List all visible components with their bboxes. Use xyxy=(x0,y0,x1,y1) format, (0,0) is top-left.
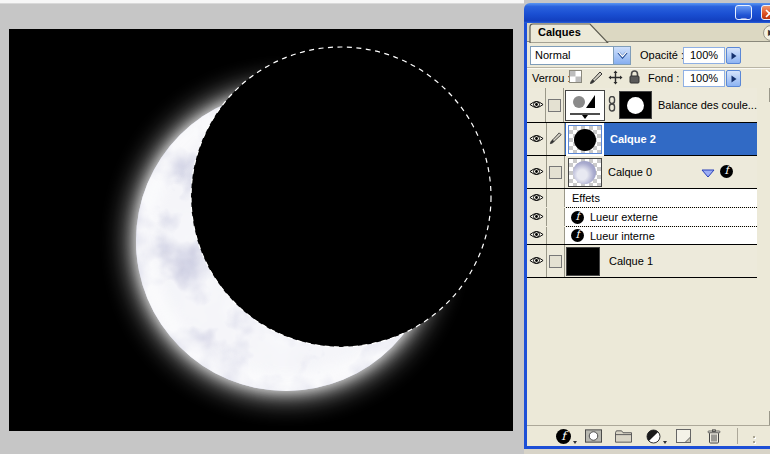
tab-calques-label: Calques xyxy=(538,26,581,38)
palette-frame: Calques ▶ Normal xyxy=(524,23,770,449)
effect-row-lueur-interne[interactable]: f Lueur interne xyxy=(527,227,757,245)
chevron-down-icon xyxy=(617,51,628,60)
layer-effects-badge-icon[interactable]: f xyxy=(720,165,733,178)
effect-name[interactable]: Lueur externe xyxy=(590,211,658,223)
lock-label: Verrou : xyxy=(532,72,571,84)
new-adjustment-icon xyxy=(646,429,661,444)
opacity-label: Opacité : xyxy=(640,49,684,61)
fill-value-field[interactable]: 100% xyxy=(683,70,725,87)
palette-menu-button[interactable]: ▶ xyxy=(763,25,770,41)
document-window-edge xyxy=(0,0,524,4)
minimize-button[interactable]: _ xyxy=(735,5,752,20)
layer-thumbnail[interactable] xyxy=(568,158,602,187)
tab-calques[interactable]: Calques xyxy=(529,23,609,43)
layer-row-calque2[interactable]: Calque 2 xyxy=(527,123,757,156)
eye-icon[interactable] xyxy=(529,133,544,146)
new-layer-button[interactable] xyxy=(675,429,692,444)
editing-brush-icon xyxy=(549,131,563,147)
document-canvas[interactable] xyxy=(9,29,513,431)
palette-tab-row: Calques ▶ xyxy=(527,23,770,42)
moon-artwork xyxy=(9,29,513,431)
layer-thumbnail[interactable] xyxy=(568,125,602,154)
layer-name[interactable]: Calque 0 xyxy=(608,166,652,178)
effect-badge-icon: f xyxy=(571,229,584,242)
fill-label: Fond : xyxy=(648,72,679,84)
lock-all-icon[interactable] xyxy=(628,70,644,86)
lock-paint-icon[interactable] xyxy=(589,70,605,86)
palette-bottom-toolbar: f xyxy=(527,425,770,446)
eye-icon[interactable] xyxy=(529,192,544,205)
close-icon xyxy=(765,9,770,18)
minimize-icon: _ xyxy=(741,8,747,19)
photoshop-workspace: _ Calques ▶ xyxy=(0,0,770,454)
layer-row-calque0[interactable]: Calque 0 f xyxy=(527,156,757,189)
fill-slider-button[interactable] xyxy=(726,70,741,87)
effects-expander-icon[interactable] xyxy=(701,168,715,180)
layers-palette-window: _ Calques ▶ xyxy=(524,3,770,449)
blend-mode-select[interactable]: Normal xyxy=(530,46,631,65)
toolbar-divider xyxy=(737,428,738,444)
palette-titlebar[interactable]: _ xyxy=(524,3,770,23)
eye-icon[interactable] xyxy=(529,229,544,242)
dropdown-caret-icon xyxy=(573,441,577,444)
delete-layer-trash-icon xyxy=(707,429,721,444)
layer-name[interactable]: Calque 2 xyxy=(610,133,656,145)
eye-icon[interactable] xyxy=(529,99,544,112)
layer-row-calque1[interactable]: Calque 1 xyxy=(527,245,757,278)
layer-style-button[interactable]: f xyxy=(555,429,572,444)
lock-position-icon[interactable] xyxy=(608,70,624,86)
lock-row: Verrou : xyxy=(527,69,770,88)
effects-header-label[interactable]: Effets xyxy=(572,192,600,204)
link-cell[interactable] xyxy=(549,255,562,268)
effect-row-lueur-externe[interactable]: f Lueur externe xyxy=(527,208,757,226)
close-button[interactable] xyxy=(761,5,770,20)
add-mask-icon xyxy=(585,429,602,443)
layer-controls: Normal Opacité : 100% xyxy=(527,43,770,88)
link-cell[interactable] xyxy=(549,166,562,179)
new-group-button[interactable] xyxy=(615,429,632,444)
opacity-value-field[interactable]: 100% xyxy=(683,47,725,64)
eye-icon[interactable] xyxy=(529,255,544,268)
slider-arrow-icon xyxy=(731,52,737,60)
mask-link-icon[interactable] xyxy=(608,96,616,114)
window-bottom-shadow xyxy=(524,449,770,454)
new-layer-icon xyxy=(676,429,691,443)
blend-mode-value: Normal xyxy=(535,49,570,61)
effect-name[interactable]: Lueur interne xyxy=(590,230,655,242)
opacity-slider-button[interactable] xyxy=(726,47,741,64)
new-group-icon xyxy=(615,430,632,443)
layer-name[interactable]: Calque 1 xyxy=(609,255,653,267)
effect-badge-icon: f xyxy=(571,211,584,224)
adjustment-thumbnail[interactable] xyxy=(565,90,605,121)
layer-mask-thumbnail[interactable] xyxy=(619,91,652,119)
resize-grip[interactable] xyxy=(751,429,755,443)
combo-arrow-button[interactable] xyxy=(613,47,630,64)
delete-layer-button[interactable] xyxy=(705,429,722,444)
eye-icon[interactable] xyxy=(529,211,544,224)
slider-arrow-icon xyxy=(731,75,737,83)
lock-transparency-icon[interactable] xyxy=(569,70,585,86)
eye-icon[interactable] xyxy=(529,166,544,179)
layer-style-icon: f xyxy=(556,429,571,444)
layers-list: Balance des coule... xyxy=(527,88,770,425)
layer-thumbnail[interactable] xyxy=(566,247,600,276)
layer-row-balance[interactable]: Balance des coule... xyxy=(527,88,757,123)
effects-header-row[interactable]: Effets xyxy=(527,189,757,207)
link-cell[interactable] xyxy=(548,99,561,112)
add-mask-button[interactable] xyxy=(585,429,602,444)
dropdown-caret-icon xyxy=(663,441,667,444)
new-adjustment-layer-button[interactable] xyxy=(645,429,662,444)
layer-name[interactable]: Balance des coule... xyxy=(658,99,757,111)
